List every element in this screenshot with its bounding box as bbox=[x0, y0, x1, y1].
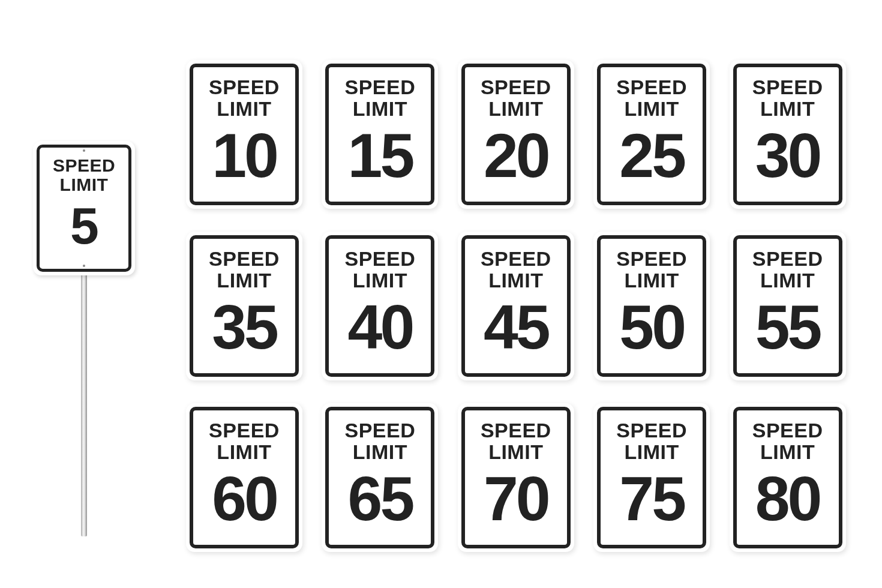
sign-speed-value: 35 bbox=[212, 296, 277, 358]
sign-label-limit: LIMIT bbox=[217, 98, 271, 120]
sign-label-speed: SPEED bbox=[209, 420, 280, 442]
speed-limit-sign: SPEED LIMIT 10 bbox=[186, 60, 302, 209]
sign-inner: SPEED LIMIT 15 bbox=[325, 64, 434, 205]
featured-sign-area: SPEED LIMIT 5 bbox=[0, 60, 168, 558]
sign-inner: SPEED LIMIT 5 bbox=[37, 145, 131, 272]
sign-label-limit: LIMIT bbox=[353, 270, 407, 292]
bolt-icon bbox=[83, 265, 85, 267]
sign-label-speed: SPEED bbox=[752, 248, 823, 270]
signs-grid: SPEED LIMIT 10 SPEED LIMIT 15 SPEED LIMI… bbox=[168, 60, 846, 552]
sign-speed-value: 30 bbox=[755, 124, 820, 187]
sign-label-limit: LIMIT bbox=[488, 270, 543, 292]
sign-speed-value: 50 bbox=[619, 296, 684, 358]
sign-plate: SPEED LIMIT 5 bbox=[33, 141, 135, 275]
sign-inner: SPEED LIMIT 20 bbox=[461, 64, 571, 205]
sign-pole bbox=[81, 272, 87, 536]
sign-label-speed: SPEED bbox=[209, 77, 280, 98]
sign-label-speed: SPEED bbox=[53, 156, 115, 175]
sign-label-limit: LIMIT bbox=[760, 270, 815, 292]
speed-limit-sign: SPEED LIMIT 20 bbox=[458, 60, 574, 209]
sign-speed-value: 75 bbox=[619, 467, 684, 530]
speed-limit-sign: SPEED LIMIT 50 bbox=[593, 232, 710, 380]
sign-inner: SPEED LIMIT 40 bbox=[325, 235, 434, 377]
sign-speed-value: 25 bbox=[619, 124, 684, 187]
speed-limit-sign: SPEED LIMIT 75 bbox=[593, 403, 710, 552]
sign-inner: SPEED LIMIT 80 bbox=[733, 407, 842, 548]
sign-label-limit: LIMIT bbox=[60, 175, 109, 194]
speed-limit-sign: SPEED LIMIT 80 bbox=[730, 403, 846, 552]
sign-label-limit: LIMIT bbox=[625, 270, 679, 292]
sign-inner: SPEED LIMIT 25 bbox=[597, 64, 706, 205]
sign-inner: SPEED LIMIT 70 bbox=[461, 407, 571, 548]
speed-limit-sign: SPEED LIMIT 40 bbox=[322, 232, 438, 380]
sign-label-limit: LIMIT bbox=[625, 98, 679, 120]
bolt-icon bbox=[83, 149, 85, 152]
speed-limit-sign: SPEED LIMIT 30 bbox=[730, 60, 846, 209]
sign-speed-value: 10 bbox=[212, 124, 277, 187]
speed-limit-sign: SPEED LIMIT 60 bbox=[186, 403, 302, 552]
sign-inner: SPEED LIMIT 30 bbox=[733, 64, 842, 205]
sign-speed-value: 15 bbox=[348, 124, 413, 187]
sign-label-limit: LIMIT bbox=[488, 442, 543, 463]
sign-speed-value: 55 bbox=[755, 296, 820, 358]
sign-speed-value: 20 bbox=[484, 124, 548, 187]
sign-speed-value: 5 bbox=[70, 200, 98, 251]
sign-label-speed: SPEED bbox=[209, 248, 280, 270]
sign-inner: SPEED LIMIT 60 bbox=[190, 407, 299, 548]
sign-label-limit: LIMIT bbox=[353, 442, 407, 463]
sign-label-speed: SPEED bbox=[481, 77, 551, 98]
sign-speed-value: 80 bbox=[755, 467, 820, 530]
sign-label-speed: SPEED bbox=[481, 420, 551, 442]
sign-inner: SPEED LIMIT 10 bbox=[190, 64, 299, 205]
sign-speed-value: 45 bbox=[484, 296, 548, 358]
speed-limit-sign: SPEED LIMIT 65 bbox=[322, 403, 438, 552]
speed-limit-signs-collection: SPEED LIMIT 5 SPEED LIMIT 10 SPEED LIMIT… bbox=[0, 0, 882, 588]
sign-on-pole: SPEED LIMIT 5 bbox=[33, 141, 135, 536]
sign-label-speed: SPEED bbox=[616, 248, 687, 270]
sign-label-limit: LIMIT bbox=[760, 98, 815, 120]
sign-speed-value: 40 bbox=[348, 296, 413, 358]
speed-limit-sign: SPEED LIMIT 25 bbox=[593, 60, 710, 209]
sign-label-limit: LIMIT bbox=[625, 442, 679, 463]
sign-label-speed: SPEED bbox=[752, 77, 823, 98]
sign-speed-value: 70 bbox=[484, 467, 548, 530]
speed-limit-sign: SPEED LIMIT 45 bbox=[458, 232, 574, 380]
sign-label-limit: LIMIT bbox=[353, 98, 407, 120]
sign-inner: SPEED LIMIT 50 bbox=[597, 235, 706, 377]
sign-label-speed: SPEED bbox=[616, 420, 687, 442]
sign-inner: SPEED LIMIT 45 bbox=[461, 235, 571, 377]
speed-limit-sign: SPEED LIMIT 55 bbox=[730, 232, 846, 380]
sign-speed-value: 65 bbox=[348, 467, 413, 530]
sign-inner: SPEED LIMIT 55 bbox=[733, 235, 842, 377]
sign-label-speed: SPEED bbox=[345, 77, 416, 98]
sign-inner: SPEED LIMIT 65 bbox=[325, 407, 434, 548]
sign-label-speed: SPEED bbox=[345, 248, 416, 270]
sign-inner: SPEED LIMIT 75 bbox=[597, 407, 706, 548]
speed-limit-sign: SPEED LIMIT 35 bbox=[186, 232, 302, 380]
sign-label-speed: SPEED bbox=[481, 248, 551, 270]
sign-speed-value: 60 bbox=[212, 467, 277, 530]
speed-limit-sign: SPEED LIMIT 70 bbox=[458, 403, 574, 552]
sign-label-limit: LIMIT bbox=[217, 270, 271, 292]
sign-label-speed: SPEED bbox=[345, 420, 416, 442]
speed-limit-sign: SPEED LIMIT 15 bbox=[322, 60, 438, 209]
sign-label-limit: LIMIT bbox=[760, 442, 815, 463]
sign-label-limit: LIMIT bbox=[488, 98, 543, 120]
sign-label-limit: LIMIT bbox=[217, 442, 271, 463]
sign-label-speed: SPEED bbox=[616, 77, 687, 98]
sign-inner: SPEED LIMIT 35 bbox=[190, 235, 299, 377]
sign-label-speed: SPEED bbox=[752, 420, 823, 442]
